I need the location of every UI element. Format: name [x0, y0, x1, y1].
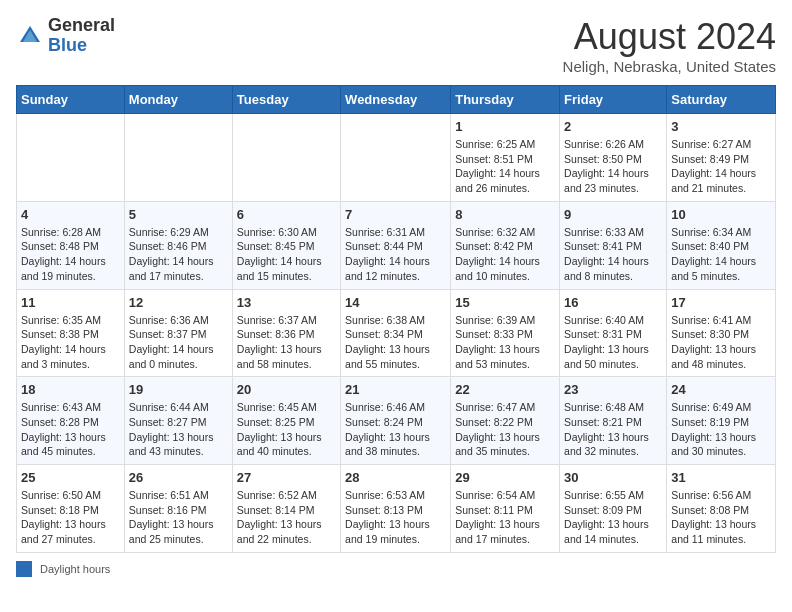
col-header-friday: Friday — [560, 86, 667, 114]
day-info: Sunrise: 6:56 AM Sunset: 8:08 PM Dayligh… — [671, 488, 771, 547]
day-info: Sunrise: 6:54 AM Sunset: 8:11 PM Dayligh… — [455, 488, 555, 547]
day-info: Sunrise: 6:41 AM Sunset: 8:30 PM Dayligh… — [671, 313, 771, 372]
day-number: 19 — [129, 382, 228, 397]
day-number: 4 — [21, 207, 120, 222]
day-cell: 31Sunrise: 6:56 AM Sunset: 8:08 PM Dayli… — [667, 465, 776, 553]
day-cell: 9Sunrise: 6:33 AM Sunset: 8:41 PM Daylig… — [560, 201, 667, 289]
day-cell: 15Sunrise: 6:39 AM Sunset: 8:33 PM Dayli… — [451, 289, 560, 377]
day-number: 27 — [237, 470, 336, 485]
day-cell: 18Sunrise: 6:43 AM Sunset: 8:28 PM Dayli… — [17, 377, 125, 465]
day-number: 17 — [671, 295, 771, 310]
day-info: Sunrise: 6:25 AM Sunset: 8:51 PM Dayligh… — [455, 137, 555, 196]
day-cell: 19Sunrise: 6:44 AM Sunset: 8:27 PM Dayli… — [124, 377, 232, 465]
day-cell: 10Sunrise: 6:34 AM Sunset: 8:40 PM Dayli… — [667, 201, 776, 289]
day-cell: 11Sunrise: 6:35 AM Sunset: 8:38 PM Dayli… — [17, 289, 125, 377]
day-cell: 26Sunrise: 6:51 AM Sunset: 8:16 PM Dayli… — [124, 465, 232, 553]
day-cell — [232, 114, 340, 202]
header-row: SundayMondayTuesdayWednesdayThursdayFrid… — [17, 86, 776, 114]
day-info: Sunrise: 6:37 AM Sunset: 8:36 PM Dayligh… — [237, 313, 336, 372]
logo-icon — [16, 22, 44, 50]
day-info: Sunrise: 6:44 AM Sunset: 8:27 PM Dayligh… — [129, 400, 228, 459]
day-cell: 4Sunrise: 6:28 AM Sunset: 8:48 PM Daylig… — [17, 201, 125, 289]
day-info: Sunrise: 6:28 AM Sunset: 8:48 PM Dayligh… — [21, 225, 120, 284]
legend-box — [16, 561, 32, 577]
calendar-table: SundayMondayTuesdayWednesdayThursdayFrid… — [16, 85, 776, 553]
day-number: 20 — [237, 382, 336, 397]
day-info: Sunrise: 6:27 AM Sunset: 8:49 PM Dayligh… — [671, 137, 771, 196]
day-cell: 16Sunrise: 6:40 AM Sunset: 8:31 PM Dayli… — [560, 289, 667, 377]
day-number: 16 — [564, 295, 662, 310]
col-header-tuesday: Tuesday — [232, 86, 340, 114]
day-number: 24 — [671, 382, 771, 397]
legend: Daylight hours — [16, 561, 776, 577]
day-cell: 12Sunrise: 6:36 AM Sunset: 8:37 PM Dayli… — [124, 289, 232, 377]
day-cell: 1Sunrise: 6:25 AM Sunset: 8:51 PM Daylig… — [451, 114, 560, 202]
col-header-thursday: Thursday — [451, 86, 560, 114]
logo-text: General Blue — [48, 16, 115, 56]
day-cell: 8Sunrise: 6:32 AM Sunset: 8:42 PM Daylig… — [451, 201, 560, 289]
day-number: 11 — [21, 295, 120, 310]
day-number: 25 — [21, 470, 120, 485]
day-cell: 27Sunrise: 6:52 AM Sunset: 8:14 PM Dayli… — [232, 465, 340, 553]
day-cell: 23Sunrise: 6:48 AM Sunset: 8:21 PM Dayli… — [560, 377, 667, 465]
week-row-5: 25Sunrise: 6:50 AM Sunset: 8:18 PM Dayli… — [17, 465, 776, 553]
col-header-wednesday: Wednesday — [341, 86, 451, 114]
logo-general: General — [48, 15, 115, 35]
day-cell: 28Sunrise: 6:53 AM Sunset: 8:13 PM Dayli… — [341, 465, 451, 553]
day-cell: 30Sunrise: 6:55 AM Sunset: 8:09 PM Dayli… — [560, 465, 667, 553]
day-info: Sunrise: 6:48 AM Sunset: 8:21 PM Dayligh… — [564, 400, 662, 459]
day-number: 21 — [345, 382, 446, 397]
day-info: Sunrise: 6:35 AM Sunset: 8:38 PM Dayligh… — [21, 313, 120, 372]
day-number: 18 — [21, 382, 120, 397]
day-number: 8 — [455, 207, 555, 222]
day-number: 7 — [345, 207, 446, 222]
day-cell: 6Sunrise: 6:30 AM Sunset: 8:45 PM Daylig… — [232, 201, 340, 289]
day-number: 3 — [671, 119, 771, 134]
day-info: Sunrise: 6:39 AM Sunset: 8:33 PM Dayligh… — [455, 313, 555, 372]
logo: General Blue — [16, 16, 115, 56]
day-number: 9 — [564, 207, 662, 222]
col-header-saturday: Saturday — [667, 86, 776, 114]
day-info: Sunrise: 6:55 AM Sunset: 8:09 PM Dayligh… — [564, 488, 662, 547]
day-number: 31 — [671, 470, 771, 485]
day-cell: 29Sunrise: 6:54 AM Sunset: 8:11 PM Dayli… — [451, 465, 560, 553]
day-number: 1 — [455, 119, 555, 134]
day-info: Sunrise: 6:45 AM Sunset: 8:25 PM Dayligh… — [237, 400, 336, 459]
location: Neligh, Nebraska, United States — [563, 58, 776, 75]
day-info: Sunrise: 6:31 AM Sunset: 8:44 PM Dayligh… — [345, 225, 446, 284]
week-row-1: 1Sunrise: 6:25 AM Sunset: 8:51 PM Daylig… — [17, 114, 776, 202]
day-cell: 20Sunrise: 6:45 AM Sunset: 8:25 PM Dayli… — [232, 377, 340, 465]
day-number: 15 — [455, 295, 555, 310]
day-info: Sunrise: 6:30 AM Sunset: 8:45 PM Dayligh… — [237, 225, 336, 284]
day-cell: 5Sunrise: 6:29 AM Sunset: 8:46 PM Daylig… — [124, 201, 232, 289]
day-cell: 14Sunrise: 6:38 AM Sunset: 8:34 PM Dayli… — [341, 289, 451, 377]
week-row-2: 4Sunrise: 6:28 AM Sunset: 8:48 PM Daylig… — [17, 201, 776, 289]
day-info: Sunrise: 6:52 AM Sunset: 8:14 PM Dayligh… — [237, 488, 336, 547]
day-info: Sunrise: 6:36 AM Sunset: 8:37 PM Dayligh… — [129, 313, 228, 372]
day-number: 22 — [455, 382, 555, 397]
day-number: 5 — [129, 207, 228, 222]
day-cell: 13Sunrise: 6:37 AM Sunset: 8:36 PM Dayli… — [232, 289, 340, 377]
col-header-sunday: Sunday — [17, 86, 125, 114]
day-info: Sunrise: 6:49 AM Sunset: 8:19 PM Dayligh… — [671, 400, 771, 459]
header: General Blue August 2024 Neligh, Nebrask… — [16, 16, 776, 75]
day-number: 6 — [237, 207, 336, 222]
day-info: Sunrise: 6:47 AM Sunset: 8:22 PM Dayligh… — [455, 400, 555, 459]
day-number: 10 — [671, 207, 771, 222]
day-number: 26 — [129, 470, 228, 485]
day-cell: 21Sunrise: 6:46 AM Sunset: 8:24 PM Dayli… — [341, 377, 451, 465]
day-info: Sunrise: 6:51 AM Sunset: 8:16 PM Dayligh… — [129, 488, 228, 547]
day-info: Sunrise: 6:26 AM Sunset: 8:50 PM Dayligh… — [564, 137, 662, 196]
day-info: Sunrise: 6:43 AM Sunset: 8:28 PM Dayligh… — [21, 400, 120, 459]
day-cell: 2Sunrise: 6:26 AM Sunset: 8:50 PM Daylig… — [560, 114, 667, 202]
day-info: Sunrise: 6:34 AM Sunset: 8:40 PM Dayligh… — [671, 225, 771, 284]
day-info: Sunrise: 6:33 AM Sunset: 8:41 PM Dayligh… — [564, 225, 662, 284]
day-number: 13 — [237, 295, 336, 310]
day-number: 28 — [345, 470, 446, 485]
day-cell — [17, 114, 125, 202]
day-info: Sunrise: 6:29 AM Sunset: 8:46 PM Dayligh… — [129, 225, 228, 284]
day-info: Sunrise: 6:46 AM Sunset: 8:24 PM Dayligh… — [345, 400, 446, 459]
day-number: 2 — [564, 119, 662, 134]
day-number: 29 — [455, 470, 555, 485]
day-cell: 22Sunrise: 6:47 AM Sunset: 8:22 PM Dayli… — [451, 377, 560, 465]
